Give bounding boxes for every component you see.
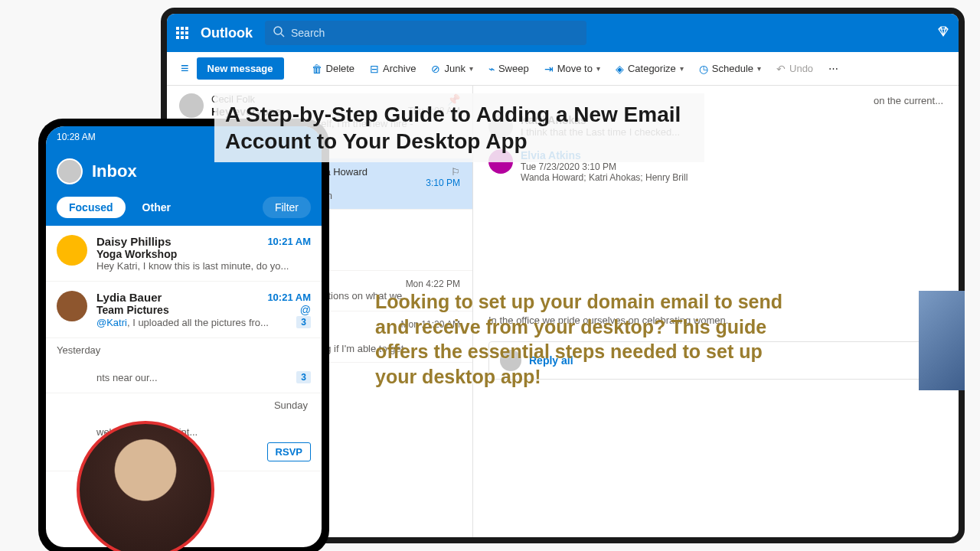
clock-icon: ◷ [699,63,708,75]
avatar [57,291,87,321]
decorative-image [919,291,965,390]
hamburger-icon[interactable]: ≡ [176,56,194,81]
move-to-button[interactable]: ⇥Move to▾ [538,58,606,80]
description-overlay: Looking to set up your domain email to s… [375,289,804,389]
trash-icon: 🗑 [312,63,322,75]
sweep-button[interactable]: ⌁Sweep [482,58,535,80]
search-box[interactable] [265,21,586,45]
command-toolbar: ≡ New message 🗑Delete ⊟Archive ⊘Junk▾ ⌁S… [167,52,959,86]
premium-icon[interactable] [937,25,949,41]
more-button[interactable]: ⋯ [822,58,844,79]
delete-button[interactable]: 🗑Delete [305,58,361,80]
schedule-button[interactable]: ◷Schedule▾ [693,58,767,80]
avatar [57,235,87,266]
count-badge: 3 [296,316,311,328]
mention-icon: @ [300,304,311,316]
chevron-down-icon: ▾ [469,64,473,73]
sweep-icon: ⌁ [488,63,495,75]
phone-message-item[interactable]: Lydia Bauer10:21 AM Team Pictures@ @Katr… [46,282,322,338]
undo-button[interactable]: ↶Undo [770,58,819,80]
undo-icon: ↶ [776,63,786,75]
profile-avatar[interactable] [57,158,83,184]
tab-other[interactable]: Other [130,197,183,218]
archive-button[interactable]: ⊟Archive [364,58,422,80]
new-message-button[interactable]: New message [197,57,284,80]
folder-icon: ⇥ [544,63,554,75]
search-input[interactable] [291,27,579,39]
chevron-down-icon: ▾ [596,64,600,73]
chevron-down-icon: ▾ [757,64,761,73]
tag-icon: ◈ [616,63,624,75]
search-icon [273,25,285,41]
section-yesterday: Yesterday [46,338,322,362]
rsvp-button[interactable]: RSVP [267,442,311,461]
presenter-photo [77,421,214,551]
archive-icon: ⊟ [370,63,379,75]
svg-line-1 [281,34,284,37]
phone-message-item[interactable]: nts near our...3 [46,362,322,393]
guide-title: A Step-by-Step Guide to Adding a New Ema… [225,101,694,155]
junk-button[interactable]: ⊘Junk▾ [425,58,479,80]
chevron-down-icon: ▾ [680,64,684,73]
title-overlay: A Step-by-Step Guide to Adding a New Ema… [214,93,704,162]
filter-button[interactable]: Filter [263,197,311,218]
flag-icon[interactable]: ⚐ [451,166,460,178]
outlook-topbar: Outlook [167,14,959,52]
avatar [179,93,204,118]
svg-point-0 [274,27,282,34]
ellipsis-icon: ⋯ [828,63,838,74]
phone-message-item[interactable]: Daisy Phillips10:21 AM Yoga Workshop Hey… [46,226,322,282]
inbox-title: Inbox [92,161,137,181]
brand-label: Outlook [201,25,253,41]
block-icon: ⊘ [431,63,440,75]
app-launcher-icon[interactable] [176,27,188,39]
tab-focused[interactable]: Focused [57,197,126,218]
guide-description: Looking to set up your domain email to s… [375,289,804,389]
categorize-button[interactable]: ◈Categorize▾ [609,58,690,80]
